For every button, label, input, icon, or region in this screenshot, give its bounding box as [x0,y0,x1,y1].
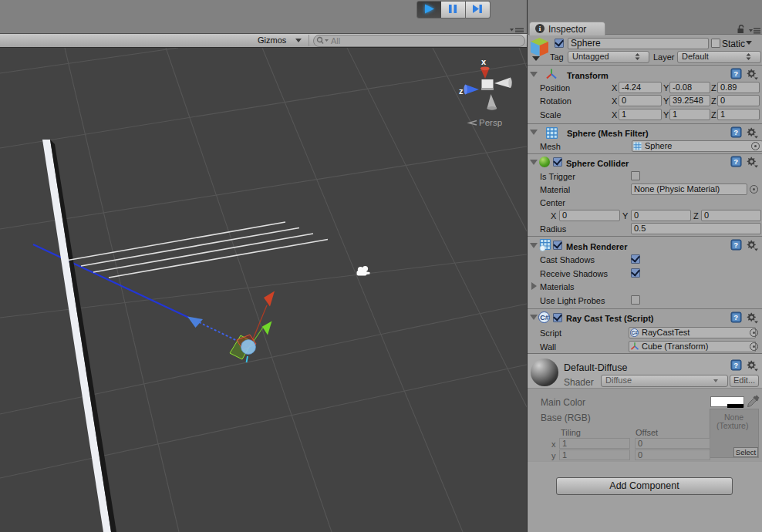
svg-text:z: z [459,86,464,96]
svg-text:Persp: Persp [479,118,502,127]
svg-text:x: x [481,57,487,66]
svg-text:C#: C# [540,314,549,322]
svg-text:C#: C# [632,330,639,335]
